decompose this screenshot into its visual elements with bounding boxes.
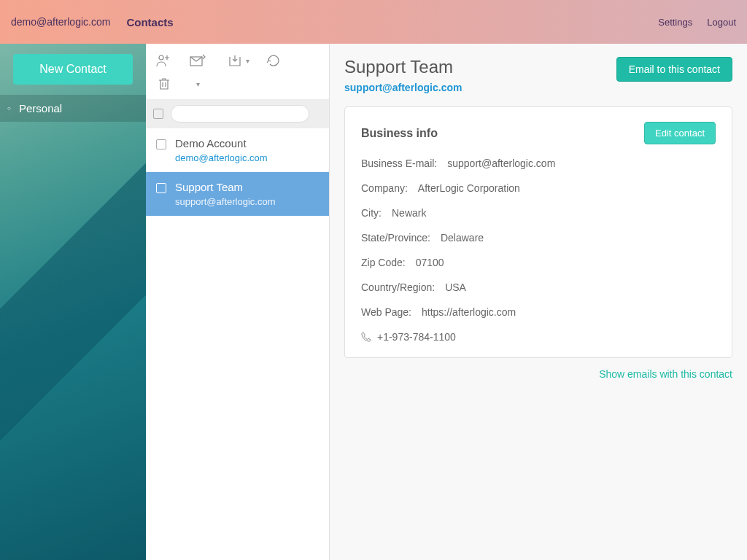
field-value: +1-973-784-1100 — [377, 331, 456, 343]
field-zip: Zip Code: 07100 — [361, 257, 716, 268]
business-info-card: Business info Edit contact Business E-ma… — [344, 106, 732, 358]
search-row: 🔍 — [146, 99, 329, 128]
header-left: demo@afterlogic.com Contacts — [11, 16, 174, 28]
field-value: USA — [445, 281, 466, 293]
field-value: https://afterlogic.com — [422, 306, 516, 318]
field-label: State/Province: — [361, 232, 430, 244]
svg-point-0 — [159, 55, 163, 60]
contact-item[interactable]: Demo Account demo@afterlogic.com — [146, 128, 329, 172]
tab-contacts[interactable]: Contacts — [126, 16, 173, 28]
field-value: Delaware — [441, 232, 484, 244]
settings-link[interactable]: Settings — [658, 17, 692, 28]
field-label: Company: — [361, 182, 408, 194]
import-export-icon[interactable]: ▾ — [223, 52, 248, 69]
field-label: City: — [361, 207, 382, 219]
contact-email: support@afterlogic.com — [175, 196, 319, 207]
contact-list-panel: ▾ ▾ 🔍 Demo Account demo@ — [146, 44, 330, 560]
contact-checkbox[interactable] — [156, 183, 166, 193]
card-title: Business info — [361, 127, 438, 140]
field-company: Company: AfterLogic Corporation — [361, 182, 716, 194]
field-value: 07100 — [416, 257, 444, 268]
detail-header: Support Team support@afterlogic.com Emai… — [344, 57, 732, 93]
list-toolbar-row2: ▾ — [146, 73, 329, 99]
detail-email[interactable]: support@afterlogic.com — [344, 82, 462, 93]
detail-title: Support Team — [344, 57, 462, 77]
field-state: State/Province: Delaware — [361, 232, 716, 244]
show-emails-row: Show emails with this contact — [344, 368, 732, 380]
field-webpage: Web Page: https://afterlogic.com — [361, 306, 716, 318]
field-value: support@afterlogic.com — [447, 158, 555, 169]
field-label: Zip Code: — [361, 257, 406, 268]
search-input[interactable] — [171, 105, 309, 122]
chevron-down-icon: ▾ — [196, 80, 200, 88]
contact-item-selected[interactable]: Support Team support@afterlogic.com — [146, 172, 329, 216]
phone-icon — [361, 332, 371, 342]
field-label: Business E-mail: — [361, 158, 437, 169]
app-header: demo@afterlogic.com Contacts Settings Lo… — [0, 0, 747, 44]
delete-icon[interactable] — [156, 76, 172, 92]
field-phone: +1-973-784-1100 — [361, 331, 716, 343]
field-city: City: Newark — [361, 207, 716, 219]
refresh-icon[interactable] — [266, 52, 282, 69]
contact-name: Demo Account — [175, 137, 319, 149]
contact-email: demo@afterlogic.com — [175, 152, 319, 163]
new-contact-button[interactable]: New Contact — [13, 54, 133, 85]
field-value: AfterLogic Corporation — [418, 182, 520, 194]
account-email[interactable]: demo@afterlogic.com — [11, 16, 110, 28]
field-value: Newark — [392, 207, 426, 219]
contact-checkbox[interactable] — [156, 139, 166, 149]
select-all-checkbox[interactable] — [153, 109, 163, 119]
card-header: Business info Edit contact — [361, 122, 716, 144]
logout-link[interactable]: Logout — [707, 17, 736, 28]
contact-info: Demo Account demo@afterlogic.com — [175, 137, 319, 163]
compose-icon[interactable] — [190, 52, 206, 69]
edit-contact-button[interactable]: Edit contact — [644, 122, 716, 144]
contact-name: Support Team — [175, 181, 319, 193]
field-country: Country/Region: USA — [361, 281, 716, 293]
field-business-email: Business E-mail: support@afterlogic.com — [361, 158, 716, 169]
sidebar-group-personal[interactable]: Personal — [0, 95, 146, 122]
show-emails-link[interactable]: Show emails with this contact — [599, 368, 732, 380]
chevron-down-icon: ▾ — [246, 57, 249, 65]
more-actions-icon[interactable]: ▾ — [190, 76, 206, 92]
field-label: Web Page: — [361, 306, 411, 318]
contact-info: Support Team support@afterlogic.com — [175, 181, 319, 207]
email-contact-button[interactable]: Email to this contact — [616, 57, 732, 82]
add-contact-icon[interactable] — [156, 52, 172, 69]
sidebar: New Contact Personal — [0, 44, 146, 560]
list-toolbar: ▾ — [146, 44, 329, 73]
header-right: Settings Logout — [658, 17, 736, 28]
field-label: Country/Region: — [361, 281, 435, 293]
detail-panel: Support Team support@afterlogic.com Emai… — [330, 44, 747, 560]
